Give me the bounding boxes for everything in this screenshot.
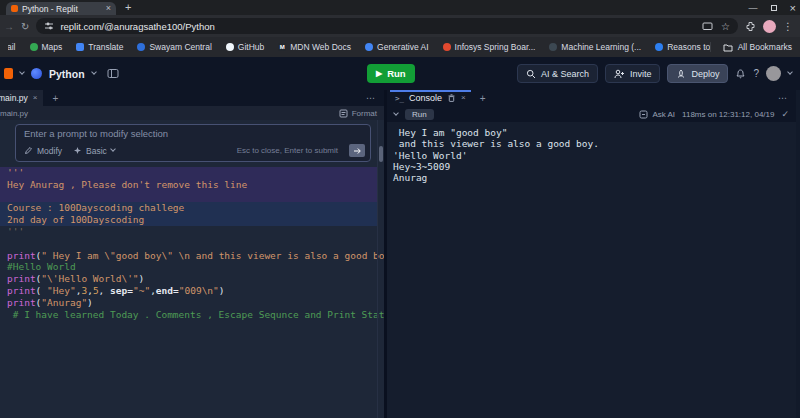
site-settings-icon[interactable] xyxy=(44,21,54,31)
bookmark-item[interactable]: Translate xyxy=(76,42,123,52)
bookmarks-list: ailMapsTranslateSwayam CentralGitHubMMDN… xyxy=(8,42,710,52)
tab-overflow-icon[interactable]: ⋯ xyxy=(366,93,376,103)
bookmark-favicon-icon xyxy=(365,43,373,51)
ai-search-button[interactable]: AI & Search xyxy=(517,64,598,83)
invite-label: Invite xyxy=(630,69,652,79)
run-button[interactable]: ▶ Run xyxy=(367,64,415,83)
bookmark-item[interactable]: Generative AI xyxy=(365,42,429,52)
editor-tab-bar: main.py × + ⋯ xyxy=(0,90,384,106)
bookmark-label: ail xyxy=(8,42,16,52)
bookmark-star-icon[interactable]: ☆ xyxy=(721,21,730,32)
bookmark-label: MDN Web Docs xyxy=(290,42,351,52)
layout-icon[interactable] xyxy=(107,68,119,79)
run-status: 118ms on 12:31:12, 04/19 xyxy=(682,110,774,119)
code-line: # I have learned Today . Comments , Esca… xyxy=(0,309,377,321)
console-output[interactable]: Hey I am "good boy" and this viewer is a… xyxy=(387,122,796,418)
close-icon[interactable]: × xyxy=(33,94,38,102)
project-name[interactable]: Python xyxy=(49,68,85,80)
user-avatar[interactable] xyxy=(766,66,781,81)
minimize-button[interactable]: — xyxy=(749,3,758,13)
bookmark-label: Swayam Central xyxy=(149,42,211,52)
extensions-icon[interactable] xyxy=(745,21,756,32)
code-line: Course : 100Dayscoding challege xyxy=(0,202,377,214)
bookmarks-bar: ailMapsTranslateSwayam CentralGitHubMMDN… xyxy=(0,37,800,57)
search-icon xyxy=(526,69,536,79)
browser-tab-title: Python - Replit xyxy=(22,4,102,14)
send-to-device-icon[interactable] xyxy=(702,21,713,31)
forward-icon[interactable]: → xyxy=(4,21,14,32)
browser-menu-icon[interactable]: ⋮ xyxy=(783,21,793,32)
bookmark-label: Machine Learning (... xyxy=(561,42,641,52)
screen: Python - Replit × + — × → ↻ replit.com/@… xyxy=(0,0,800,418)
bookmark-favicon-icon: M xyxy=(278,43,286,51)
check-icon: ✓ xyxy=(781,109,789,119)
breadcrumb: main.py xyxy=(0,109,28,118)
terminal-icon: >_ xyxy=(395,94,404,103)
run-label: Run xyxy=(387,68,405,79)
chevron-down-icon[interactable] xyxy=(787,69,793,75)
bookmark-favicon-icon xyxy=(226,43,234,51)
console-run-button[interactable]: Run xyxy=(405,109,434,120)
replit-logo-icon[interactable] xyxy=(4,68,13,79)
console-overflow-icon[interactable]: ⋯ xyxy=(778,93,788,103)
refresh-icon[interactable]: ↻ xyxy=(21,21,29,32)
add-tab-button[interactable]: + xyxy=(52,93,58,104)
bookmark-item[interactable]: Infosys Spring Boar... xyxy=(443,42,536,52)
code-line xyxy=(0,191,377,203)
replit-favicon-icon xyxy=(11,5,18,12)
console-tab[interactable]: >_ Console × xyxy=(390,90,471,106)
trash-icon[interactable] xyxy=(447,93,456,103)
scrollbar-thumb[interactable] xyxy=(379,146,383,162)
all-bookmarks-button[interactable]: All Bookmarks xyxy=(710,42,792,52)
help-icon[interactable]: ? xyxy=(753,68,759,79)
ask-ai-button[interactable]: Ask AI xyxy=(639,110,675,119)
code-editor[interactable]: Modify Basic Esc to close, Enter to subm… xyxy=(0,120,384,418)
window-close-button[interactable]: × xyxy=(790,2,796,14)
bookmark-item[interactable]: GitHub xyxy=(226,42,264,52)
bookmark-item[interactable]: Swayam Central xyxy=(137,42,211,52)
code-line: print(" Hey I am \"good boy\" \n and thi… xyxy=(0,250,377,262)
sparkle-icon xyxy=(73,146,82,155)
modify-button[interactable]: Modify xyxy=(24,146,62,156)
chevron-down-icon[interactable] xyxy=(91,69,97,75)
prompt-submit-button[interactable] xyxy=(349,144,365,157)
collapse-chevron-icon[interactable] xyxy=(393,110,399,116)
invite-button[interactable]: Invite xyxy=(605,64,661,83)
browser-tab[interactable]: Python - Replit × xyxy=(6,2,116,15)
code-line: print( "Hey",3,5, sep="~",end="009\n") xyxy=(0,285,377,297)
console-pane: >_ Console × + ⋯ Run xyxy=(387,90,800,418)
all-bookmarks-label: All Bookmarks xyxy=(738,42,792,52)
code-line: 2nd day of 100Dayscoding xyxy=(0,214,377,226)
bookmark-item[interactable]: MMDN Web Docs xyxy=(278,42,351,52)
bookmark-label: Infosys Spring Boar... xyxy=(455,42,536,52)
chevron-down-icon[interactable] xyxy=(19,69,25,75)
url-bar[interactable]: replit.com/@anuragsathe100/Python ☆ xyxy=(36,18,738,34)
main-area: main.py × + ⋯ main.py Format xyxy=(0,90,800,418)
bookmark-item[interactable]: Maps xyxy=(30,42,63,52)
format-button[interactable]: Format xyxy=(339,109,377,118)
bookmark-favicon-icon xyxy=(137,43,145,51)
code-line: print("\'Hello World\'") xyxy=(0,273,377,285)
ai-prompt-input[interactable] xyxy=(24,128,362,139)
editor-breadcrumb-bar: main.py Format xyxy=(0,106,384,120)
browser-profile-avatar[interactable] xyxy=(763,20,776,33)
pencil-icon xyxy=(24,146,33,155)
bookmark-item[interactable]: Reasons to Learn J... xyxy=(655,42,709,52)
bookmark-item[interactable]: Machine Learning (... xyxy=(549,42,641,52)
ai-search-label: AI & Search xyxy=(541,69,589,79)
notifications-bell-icon[interactable] xyxy=(735,68,746,79)
deploy-button[interactable]: Deploy xyxy=(667,64,728,83)
new-tab-button[interactable]: + xyxy=(125,1,131,13)
maximize-button[interactable] xyxy=(771,5,777,11)
add-console-tab-button[interactable]: + xyxy=(480,93,486,104)
bookmark-favicon-icon xyxy=(655,43,663,51)
ask-ai-label: Ask AI xyxy=(652,110,675,119)
tab-close-icon[interactable]: × xyxy=(106,4,111,13)
console-toolbar: Run Ask AI 118ms on 12:31:12, 04/19 ✓ xyxy=(387,106,796,122)
close-icon[interactable]: × xyxy=(461,94,466,102)
bookmark-item[interactable]: ail xyxy=(8,42,16,52)
basic-mode-dropdown[interactable]: Basic xyxy=(73,146,115,156)
editor-tab-mainpy[interactable]: main.py × xyxy=(0,90,43,106)
ai-prompt-box: Modify Basic Esc to close, Enter to subm… xyxy=(15,124,371,162)
format-label: Format xyxy=(352,109,377,118)
